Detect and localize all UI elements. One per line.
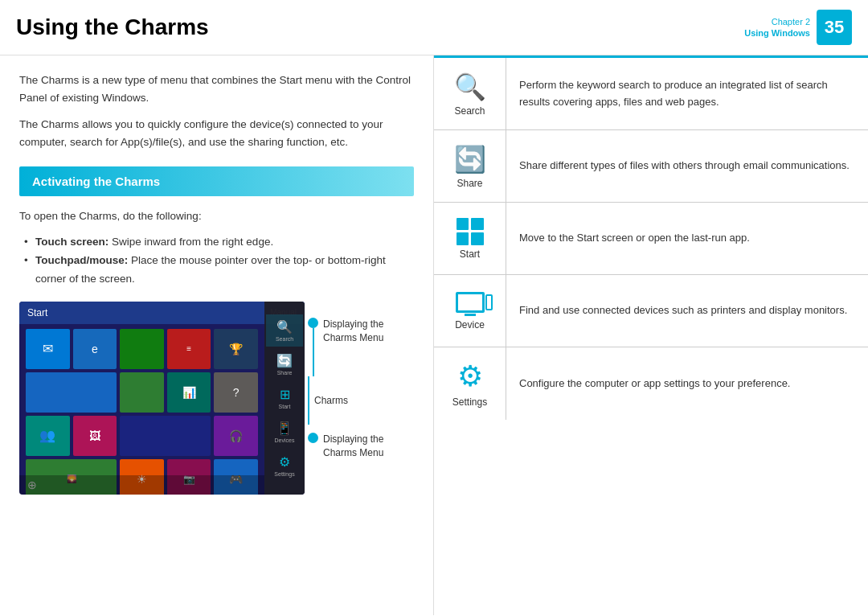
annotations-panel: Displaying the Charms Menu Charms Displa… <box>308 302 414 495</box>
tile-brief: 🏆 <box>214 329 258 369</box>
screen-search-icon: 🔍 <box>276 319 293 335</box>
screen-charm-start: ⊞ Start <box>266 382 303 414</box>
intro-text-2: The Charms allows you to quickly configu… <box>19 116 414 150</box>
annotation-line-mid2 <box>308 392 309 425</box>
charm-desc-share: Share different types of files with othe… <box>506 130 868 202</box>
tile-app1 <box>120 329 164 369</box>
start-icon <box>457 218 484 245</box>
instruction-text: To open the Charms, do the following: <box>19 207 414 225</box>
annotation-text-top: Displaying the Charms Menu <box>323 318 414 345</box>
page-header: Using the Charms Chapter 2 Using Windows… <box>0 0 868 55</box>
section-header: Activating the Charms <box>19 166 414 196</box>
charm-name-settings: Settings <box>452 396 487 408</box>
screen-charm-search: 🔍 Search <box>266 314 303 347</box>
charm-name-search: Search <box>454 105 485 117</box>
charm-desc-search: Perform the keyword search to produce an… <box>506 58 868 129</box>
charm-icon-cell-device: Device <box>434 275 506 347</box>
charm-row-start: Start Move to the Start screen or open t… <box>434 203 868 275</box>
annotation-line-top <box>313 328 314 376</box>
charm-icon-cell-share: 🔄 Share <box>434 130 506 202</box>
tile-app4 <box>120 416 211 456</box>
screenshot-area: Start Manual ✉ e ≡ 🏆 📊 ? 👥 🖼 <box>19 302 414 495</box>
charm-row-device: Device Find and use connected devices su… <box>434 275 868 347</box>
screen-title: Start <box>27 307 47 318</box>
main-content: The Charms is a new type of menu that co… <box>0 55 868 615</box>
tile-help: ? <box>214 372 258 413</box>
screen-device-icon: 📱 <box>276 421 293 436</box>
left-column: The Charms is a new type of menu that co… <box>0 55 434 615</box>
search-icon: 🔍 <box>454 72 486 102</box>
annotation-line-mid1 <box>308 376 309 392</box>
tile-news: ≡ <box>167 329 211 369</box>
charm-name-share: Share <box>457 178 482 189</box>
charm-row-settings: ⚙ Settings Configure the computer or app… <box>434 347 868 420</box>
plus-icon: ⊕ <box>27 478 37 491</box>
screen-bottom-bar: ⊕ <box>19 475 264 495</box>
share-icon: 🔄 <box>454 144 486 175</box>
annotation-dot-top <box>308 318 318 328</box>
screen-top-bar: Start Manual <box>19 302 305 324</box>
charm-name-start: Start <box>460 248 480 260</box>
charm-desc-start: Move to the Start screen or open the las… <box>506 203 868 274</box>
annotation-dot-bot <box>308 433 318 443</box>
tile-ie: e <box>73 329 117 369</box>
annotation-top: Displaying the Charms Menu <box>308 318 414 376</box>
page-title: Using the Charms <box>16 14 744 40</box>
tile-app3 <box>120 372 164 413</box>
charm-icon-cell-start: Start <box>434 203 506 274</box>
settings-icon: ⚙ <box>457 359 483 393</box>
annotation-text-bot: Displaying the Charms Menu <box>323 433 414 460</box>
bullet-term-2: Touchpad/mouse: <box>35 254 128 266</box>
screen-charm-settings: ⚙ Settings <box>266 450 303 482</box>
charm-row-share: 🔄 Share Share different types of files w… <box>434 130 868 203</box>
bullet-text-1: Swipe inward from the right edge. <box>112 236 273 248</box>
tiles-grid: ✉ e ≡ 🏆 📊 ? 👥 🖼 🎧 🌄 ☀ 📷 🎮 <box>19 324 305 495</box>
chapter-number: 35 <box>817 10 852 45</box>
right-column: 🔍 Search Perform the keyword search to p… <box>434 55 868 615</box>
charm-name-device: Device <box>455 319 485 331</box>
list-item: Touch screen: Swipe inward from the righ… <box>27 233 414 252</box>
chapter-label: Chapter 2 <box>744 16 810 27</box>
chapter-sub: Using Windows <box>744 27 810 39</box>
bullet-list: Touch screen: Swipe inward from the righ… <box>19 233 414 289</box>
intro-text-1: The Charms is a new type of menu that co… <box>19 72 414 106</box>
screen-charm-share: 🔄 Share <box>266 348 303 380</box>
screen-charms-sidebar: 🔍 Search 🔄 Share ⊞ Start 📱 Devices <box>264 302 305 495</box>
charm-desc-settings: Configure the computer or app settings t… <box>506 347 868 420</box>
tile-photos: 🖼 <box>73 416 117 456</box>
screen-settings-icon: ⚙ <box>279 454 290 470</box>
bullet-term-1: Touch screen: <box>35 236 108 248</box>
screen-start-icon: ⊞ <box>280 387 290 402</box>
tile-people: 👥 <box>26 416 70 456</box>
tile-app2 <box>26 372 117 413</box>
screen-share-icon: 🔄 <box>276 353 293 368</box>
annotation-text-mid: Charms <box>314 394 348 408</box>
tile-music: 🎧 <box>214 416 258 456</box>
screen-charm-device: 📱 Devices <box>266 416 303 448</box>
list-item: Touchpad/mouse: Place the mouse pointer … <box>27 252 414 289</box>
chapter-badge: Chapter 2 Using Windows 35 <box>744 10 852 45</box>
screen-mockup: Start Manual ✉ e ≡ 🏆 📊 ? 👥 🖼 <box>19 302 305 495</box>
charm-icon-cell-settings: ⚙ Settings <box>434 347 506 420</box>
annotation-mid: Charms <box>308 376 414 425</box>
charm-icon-cell-search: 🔍 Search <box>434 58 506 129</box>
charm-row-search: 🔍 Search Perform the keyword search to p… <box>434 58 868 130</box>
annotation-bot: Displaying the Charms Menu <box>308 433 414 460</box>
charm-desc-device: Find and use connected devices such as p… <box>506 275 868 347</box>
tile-chart: 📊 <box>167 372 211 413</box>
tile-mail: ✉ <box>26 329 70 369</box>
device-icon <box>456 292 485 316</box>
